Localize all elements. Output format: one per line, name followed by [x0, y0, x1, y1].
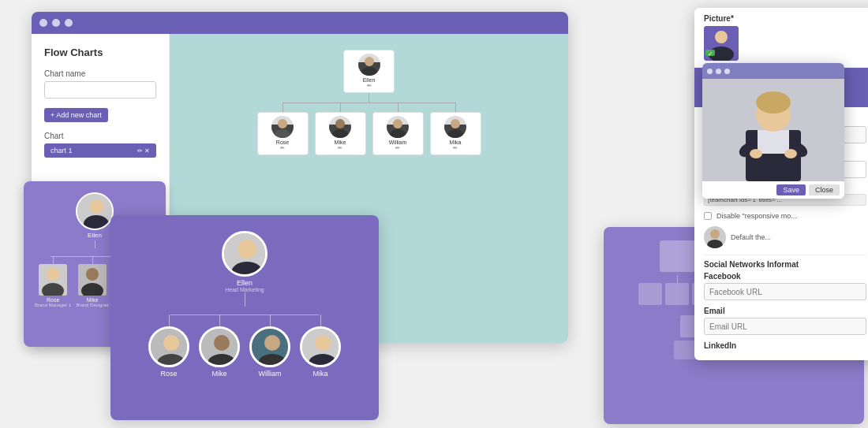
node-rect-1	[660, 240, 695, 272]
svg-point-2	[278, 119, 287, 128]
purple-child-3-name: William	[259, 370, 282, 378]
svg-point-4	[335, 119, 345, 128]
chart-label: Chart	[44, 132, 156, 140]
photo-window: Save Close	[702, 63, 844, 199]
child-3-edit[interactable]: ✏	[395, 145, 400, 151]
purple-root-name: Ellen	[237, 279, 253, 287]
svg-point-3	[275, 129, 290, 138]
facebook-input[interactable]	[704, 283, 866, 300]
svg-point-8	[451, 119, 460, 128]
rv1	[677, 275, 678, 283]
small-root-name: Ellen	[88, 232, 102, 239]
photo-close-button[interactable]: Close	[809, 184, 840, 195]
form-default-theme: Default the...	[731, 233, 771, 241]
chart-name-input[interactable]	[44, 81, 156, 99]
purple-child-2: Mike	[199, 314, 240, 378]
child-4-photo	[444, 116, 466, 138]
svg-point-6	[393, 119, 402, 128]
root-node-edit[interactable]: ✏	[367, 83, 372, 89]
root-v-line	[245, 292, 245, 307]
svg-point-26	[89, 199, 103, 214]
email-label: Email	[704, 307, 866, 315]
small-child-2: Mike Brand Designer	[76, 256, 109, 307]
purple-child-2-photo	[199, 326, 240, 367]
child-box-4: Mika ✏	[430, 112, 481, 155]
purple-children-row: Rose Mike William	[148, 314, 341, 378]
disable-checkbox[interactable]	[704, 212, 712, 220]
pv-line-3	[270, 314, 271, 326]
svg-point-23	[315, 335, 331, 351]
purple-org-chart-left: Ellen Head Marketing Rose	[110, 215, 379, 420]
form-person-row: Default the...	[704, 226, 866, 248]
small-child-1: Rose Brand Manager 1	[35, 256, 71, 307]
child-1-photo	[271, 116, 294, 138]
svg-point-17	[214, 335, 230, 351]
svg-point-40	[707, 240, 723, 248]
purple-child-2-name: Mike	[211, 370, 226, 378]
sub-rect-2	[665, 283, 689, 305]
v-line-4	[455, 102, 456, 112]
svg-point-11	[238, 240, 256, 259]
picture-section: Picture* ✓	[694, 8, 868, 68]
child-2-edit[interactable]: ✏	[338, 145, 342, 151]
browser-titlebar	[32, 12, 568, 34]
child-4-name: Mika	[450, 140, 462, 145]
child-1-edit[interactable]: ✏	[280, 145, 285, 151]
sv1	[53, 256, 54, 264]
svg-point-1	[361, 67, 377, 76]
purple-root-photo	[222, 231, 268, 277]
child-node-3: William ✏	[372, 102, 424, 155]
picture-thumbnail[interactable]: ✓	[704, 26, 739, 61]
small-root-vline	[95, 240, 95, 248]
photo-save-button[interactable]: Save	[776, 184, 806, 195]
sv2	[92, 256, 93, 264]
v-line-3	[398, 102, 398, 112]
browser-dot-3	[65, 19, 73, 27]
child-node-2: Mike ✏	[315, 102, 366, 155]
svg-point-14	[163, 335, 179, 351]
form-person-photo	[704, 226, 726, 248]
email-input[interactable]	[704, 318, 866, 335]
root-node-photo	[358, 54, 380, 76]
purple-child-4: Mika	[300, 314, 341, 378]
sidebar-title: Flow Charts	[44, 47, 156, 58]
svg-point-7	[390, 129, 406, 138]
browser-dot-2	[52, 19, 60, 27]
disable-label: Disable "responsive mo...	[716, 212, 797, 220]
pv-line-1	[169, 314, 170, 326]
chart-list-item[interactable]: chart 1 ✏ ✕	[44, 143, 156, 158]
social-header: Social Networks Informat	[704, 255, 866, 269]
pv-line-4	[320, 314, 321, 326]
purple-root: Ellen Head Marketing	[222, 231, 268, 307]
small-child-2-photo	[78, 264, 107, 296]
svg-text:✓: ✓	[708, 50, 713, 58]
small-root-photo	[76, 192, 114, 230]
v-line-1	[282, 102, 283, 112]
pv-line-2	[219, 314, 220, 326]
child-box-2: Mike ✏	[315, 112, 366, 155]
chart-name-label: Chart name	[44, 69, 156, 78]
small-child-2-name: Mike	[87, 297, 99, 303]
svg-point-5	[332, 129, 348, 138]
purple-child-3: William	[249, 314, 290, 378]
child-3-photo	[387, 116, 409, 138]
facebook-label: Facebook	[704, 272, 866, 281]
add-chart-button[interactable]: + Add new chart	[44, 108, 108, 122]
photo-window-image	[702, 79, 844, 181]
linkedin-label: LinkedIn	[704, 341, 866, 350]
sub-rect-1	[638, 283, 662, 305]
disable-row: Disable "responsive mo...	[704, 212, 866, 220]
child-4-edit[interactable]: ✏	[453, 145, 458, 151]
small-child-1-role: Brand Manager 1	[35, 303, 71, 307]
purple-child-1-photo	[148, 326, 189, 367]
chart-item-name: chart 1	[51, 147, 73, 154]
child-node-4: Mika ✏	[430, 102, 481, 155]
child-node-1: Rose ✏	[257, 102, 309, 155]
root-node: Ellen ✏	[343, 50, 395, 93]
child-1-name: Rose	[276, 140, 289, 145]
purple-child-4-photo	[300, 326, 341, 367]
child-3-name: William	[389, 140, 407, 145]
v-connector-root	[369, 93, 369, 102]
photo-window-buttons: Save Close	[702, 181, 844, 199]
l3-rect-1	[674, 341, 696, 359]
